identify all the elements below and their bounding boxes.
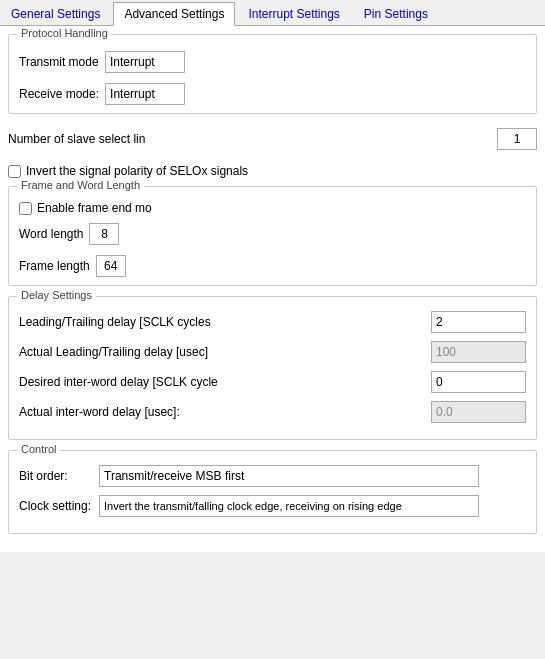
transmit-mode-input[interactable] [105, 51, 185, 73]
slave-select-label: Number of slave select lin [8, 132, 497, 146]
invert-signal-row: Invert the signal polarity of SELOx sign… [8, 164, 537, 178]
delay-input-2[interactable] [431, 371, 526, 393]
protocol-handling-label: Protocol Handling [17, 27, 112, 39]
delay-row-0: Leading/Trailing delay [SCLK cycles [19, 311, 526, 333]
receive-mode-row: Receive mode: [19, 83, 526, 105]
delay-row-3: Actual inter-word delay [usec]: [19, 401, 526, 423]
bit-order-label: Bit order: [19, 469, 99, 483]
invert-signal-checkbox[interactable] [8, 165, 21, 178]
enable-frame-label: Enable frame end mo [37, 201, 152, 215]
transmit-mode-row: Transmit mode [19, 51, 526, 73]
protocol-handling-section: Protocol Handling Transmit mode Receive … [8, 34, 537, 114]
frame-length-row: Frame length [19, 255, 526, 277]
delay-row-2: Desired inter-word delay [SCLK cycle [19, 371, 526, 393]
delay-label-0: Leading/Trailing delay [SCLK cycles [19, 315, 431, 329]
delay-row-1: Actual Leading/Trailing delay [usec] [19, 341, 526, 363]
word-length-label: Word length [19, 227, 83, 241]
frame-word-label: Frame and Word Length [17, 179, 144, 191]
bit-order-row: Bit order: [19, 465, 526, 487]
word-length-row: Word length [19, 223, 526, 245]
transmit-mode-label: Transmit mode [19, 55, 99, 69]
clk-row: Clock setting: [19, 495, 526, 517]
enable-frame-row: Enable frame end mo [19, 201, 526, 215]
clk-input[interactable] [99, 495, 479, 517]
bit-order-input[interactable] [99, 465, 479, 487]
tab-general[interactable]: General Settings [0, 2, 111, 25]
delay-label-3: Actual inter-word delay [usec]: [19, 405, 431, 419]
frame-word-section: Frame and Word Length Enable frame end m… [8, 186, 537, 286]
clk-label: Clock setting: [19, 499, 99, 513]
word-length-input[interactable] [89, 223, 119, 245]
tab-pin[interactable]: Pin Settings [353, 2, 439, 25]
enable-frame-checkbox[interactable] [19, 202, 32, 215]
frame-length-label: Frame length [19, 259, 90, 273]
tab-advanced[interactable]: Advanced Settings [113, 2, 235, 26]
tab-interrupt[interactable]: Interrupt Settings [237, 2, 350, 25]
slave-select-row: Number of slave select lin [8, 124, 537, 154]
delay-input-0[interactable] [431, 311, 526, 333]
delay-label-2: Desired inter-word delay [SCLK cycle [19, 375, 431, 389]
tab-bar: General Settings Advanced Settings Inter… [0, 0, 545, 26]
delay-settings-label: Delay Settings [17, 289, 96, 301]
receive-mode-input[interactable] [105, 83, 185, 105]
invert-signal-label: Invert the signal polarity of SELOx sign… [26, 164, 248, 178]
delay-input-1 [431, 341, 526, 363]
control-section-label: Control [17, 443, 60, 455]
delay-settings-section: Delay Settings Leading/Trailing delay [S… [8, 296, 537, 440]
receive-mode-label: Receive mode: [19, 87, 99, 101]
content-area: Protocol Handling Transmit mode Receive … [0, 26, 545, 552]
control-section: Control Bit order: Clock setting: [8, 450, 537, 534]
delay-input-3 [431, 401, 526, 423]
slave-select-input[interactable] [497, 128, 537, 150]
delay-label-1: Actual Leading/Trailing delay [usec] [19, 345, 431, 359]
frame-length-input[interactable] [96, 255, 126, 277]
